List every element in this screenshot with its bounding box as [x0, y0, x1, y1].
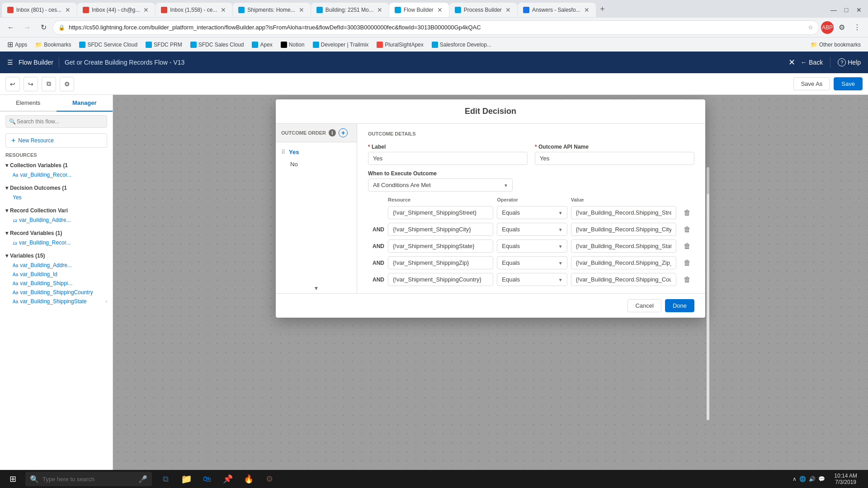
condition-operator-select-4[interactable]: Equals Not Equals [497, 256, 567, 269]
condition-value-input-5[interactable] [571, 273, 676, 286]
bookmark-notion[interactable]: Notion [277, 39, 308, 50]
taskbar-search-input[interactable] [42, 476, 135, 483]
bookmark-salesforce-dev[interactable]: Salesforce Develop... [428, 39, 495, 50]
bookmark-trailmix[interactable]: Developer | Trailmix [309, 39, 373, 50]
taskbar-app-taskview[interactable]: ⧉ [156, 470, 175, 488]
tab-close-icon[interactable]: ✕ [436, 5, 443, 14]
tab-building[interactable]: Building: 2251 Mo... ✕ [311, 3, 389, 17]
taskbar-search-bar[interactable]: 🔍 🎤 [25, 472, 152, 486]
bookmark-star-icon[interactable]: ☆ [808, 24, 813, 31]
section-header[interactable]: ▾ Decision Outcomes (1 [0, 183, 113, 193]
back-button[interactable]: ← Back [801, 59, 823, 66]
chevron-up-icon[interactable]: ∧ [793, 476, 797, 482]
save-button[interactable]: Save [834, 77, 863, 90]
sidebar-item-var-4[interactable]: Aa var_Building_ShippingCountry [0, 288, 113, 297]
bookmark-sfdc-prm[interactable]: SFDC PRM [142, 39, 186, 50]
new-resource-button[interactable]: + New Resource [5, 133, 107, 148]
condition-resource-input-2[interactable] [388, 223, 493, 236]
add-outcome-button[interactable]: + [339, 128, 348, 137]
sidebar-item-record-collection-1[interactable]: 🗂 var_Building_Addre... [0, 216, 113, 225]
bookmark-sfdc-sales[interactable]: SFDC Sales Cloud [187, 39, 248, 50]
tab-gmail-1[interactable]: Inbox (801) - ces... ✕ [2, 3, 77, 17]
taskbar-app-explorer[interactable]: 📁 [176, 470, 196, 488]
refresh-button[interactable]: ↻ [36, 20, 51, 35]
close-flow-button[interactable]: ✕ [788, 57, 795, 67]
back-button[interactable]: ← [4, 20, 18, 35]
condition-delete-button-4[interactable]: 🗑 [680, 259, 694, 267]
condition-value-input-2[interactable] [571, 223, 676, 236]
cancel-button[interactable]: Cancel [627, 299, 661, 312]
show-desktop-button[interactable] [863, 470, 866, 488]
done-button[interactable]: Done [665, 299, 694, 312]
bookmark-pluralsight[interactable]: PluralSightApex [373, 39, 427, 50]
info-icon[interactable]: i [329, 129, 336, 136]
section-header[interactable]: ▾ Variables (15) [0, 251, 113, 261]
tab-close-icon[interactable]: ✕ [505, 5, 512, 14]
taskbar-clock[interactable]: 10:14 AM 7/3/2019 [830, 473, 861, 485]
sidebar-item-record-var-1[interactable]: 🗂 var_Building_Recor... [0, 238, 113, 247]
volume-icon[interactable]: 🔊 [809, 476, 816, 482]
condition-value-input-1[interactable] [571, 206, 676, 219]
undo-button[interactable]: ↩ [5, 77, 20, 91]
maximize-button[interactable]: □ [841, 5, 852, 15]
condition-resource-input-4[interactable] [388, 256, 493, 269]
profile-button[interactable]: ABP [821, 21, 834, 34]
condition-delete-button-5[interactable]: 🗑 [680, 276, 694, 284]
sidebar-item-var-3[interactable]: Aa var_Building_Shippi... [0, 279, 113, 288]
tab-close-icon[interactable]: ✕ [298, 5, 305, 14]
taskbar-app-redpin[interactable]: 📌 [218, 470, 238, 488]
sidebar-item-var-2[interactable]: Aa var_Building_Id [0, 270, 113, 279]
search-input[interactable] [5, 115, 107, 128]
copy-button[interactable]: ⧉ [42, 77, 56, 91]
taskbar-app-brown[interactable]: ⚙ [259, 470, 279, 488]
scroll-down-icon[interactable]: ▼ [314, 285, 319, 291]
sidebar-item-collection-var-1[interactable]: Aa var_Building_Recor... [0, 170, 113, 179]
minimize-button[interactable]: — [828, 5, 839, 15]
tab-close-icon[interactable]: ✕ [376, 5, 383, 14]
save-as-button[interactable]: Save As [793, 77, 830, 90]
condition-operator-select-2[interactable]: Equals Not Equals [497, 223, 567, 236]
tab-close-icon[interactable]: ✕ [142, 5, 150, 14]
tab-close-icon[interactable]: ✕ [64, 5, 71, 14]
extensions-button[interactable]: ⚙ [835, 20, 849, 35]
tab-flow-builder[interactable]: Flow Builder ✕ [389, 3, 449, 17]
sidebar-item-var-1[interactable]: Aa var_Building_Addre... [0, 261, 113, 270]
tab-shipments[interactable]: Shipments: Home... ✕ [233, 3, 310, 17]
bookmark-apex[interactable]: Apex [248, 39, 276, 50]
label-input[interactable] [368, 152, 528, 165]
condition-value-input-4[interactable] [571, 256, 676, 269]
bookmark-sfdc-service[interactable]: SFDC Service Cloud [75, 39, 141, 50]
taskbar-app-orange[interactable]: 🔥 [239, 470, 259, 488]
condition-value-input-3[interactable] [571, 239, 676, 253]
tab-answers[interactable]: Answers - Salesfo... ✕ [518, 3, 596, 17]
sidebar-item-yes[interactable]: Yes [0, 193, 113, 202]
condition-operator-select-5[interactable]: Equals Not Equals [497, 273, 567, 286]
tab-gmail-2[interactable]: Inbox (44) - ch@g... ✕ [77, 3, 155, 17]
microphone-icon[interactable]: 🎤 [138, 475, 147, 483]
address-bar[interactable]: 🔒 https://cs50.lightning.force.com/build… [52, 20, 819, 35]
api-name-input[interactable] [535, 152, 694, 165]
sidebar-tab-manager[interactable]: Manager [57, 95, 113, 112]
taskbar-app-store[interactable]: 🛍 [197, 470, 217, 488]
condition-delete-button-2[interactable]: 🗑 [680, 225, 694, 234]
tab-gmail-3[interactable]: Inbox (1,558) - ce... ✕ [156, 3, 232, 17]
new-tab-button[interactable]: + [596, 3, 609, 15]
condition-resource-input-3[interactable] [388, 239, 493, 253]
redo-button[interactable]: ↪ [24, 77, 38, 91]
outcome-item-no[interactable]: No [276, 158, 357, 170]
tab-close-icon[interactable]: ✕ [583, 5, 590, 14]
condition-operator-select-3[interactable]: Equals Not Equals [497, 239, 567, 253]
sidebar-item-var-5[interactable]: Aa var_Building_ShippingState › [0, 297, 113, 306]
section-header[interactable]: ▾ Record Variables (1) [0, 228, 113, 238]
dialog-scrollbar-track[interactable] [707, 167, 709, 420]
tab-process-builder[interactable]: Process Builder ✕ [449, 3, 517, 17]
condition-resource-input-5[interactable] [388, 273, 493, 286]
when-to-execute-select[interactable]: All Conditions Are Met Any Condition Is … [368, 178, 513, 192]
dialog-scrollbar-thumb[interactable] [707, 167, 709, 194]
condition-operator-select-1[interactable]: Equals Not Equals Contains Is Null [497, 206, 567, 219]
condition-resource-input-1[interactable] [388, 206, 493, 219]
network-icon[interactable]: 🌐 [799, 476, 806, 482]
bookmark-other[interactable]: 📁 Other bookmarks [807, 39, 864, 50]
menu-button[interactable]: ⋮ [850, 20, 864, 35]
close-window-button[interactable]: ✕ [854, 5, 864, 15]
